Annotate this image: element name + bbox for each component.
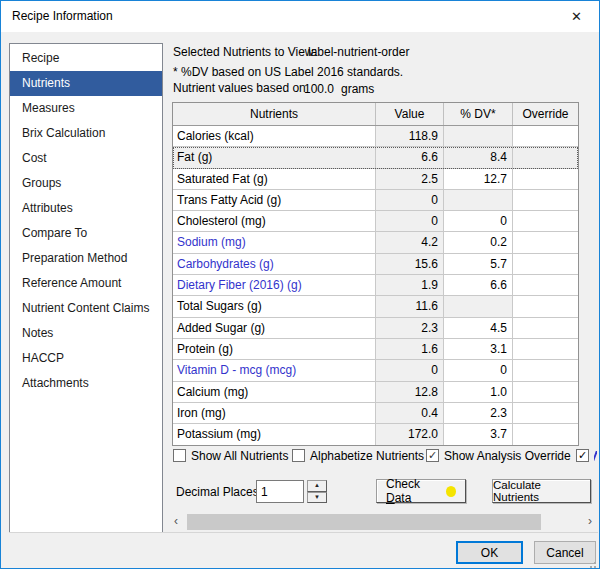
check-data-button[interactable]: Check Data: [376, 479, 466, 503]
scrollbar-thumb[interactable]: [187, 514, 541, 530]
spinner-up-icon[interactable]: ▲: [307, 480, 327, 492]
table-row[interactable]: Carbohydrates (g)15.65.7: [173, 254, 578, 275]
checkbox-label[interactable]: Show Analysis Override: [444, 449, 571, 463]
column-header-value[interactable]: Value: [376, 103, 444, 125]
nutrient-value-cell[interactable]: 2.5: [376, 169, 444, 190]
nutrient-dv-cell[interactable]: [444, 296, 513, 317]
sidebar-item-cost[interactable]: Cost: [10, 146, 162, 171]
table-row[interactable]: Vitamin D - mcg (mcg)00: [173, 360, 578, 381]
nutrient-override-cell[interactable]: [513, 232, 578, 253]
nutrient-override-cell[interactable]: [513, 190, 578, 211]
table-row[interactable]: Added Sugar (g)2.34.5: [173, 318, 578, 339]
nutrient-dv-cell[interactable]: 12.7: [444, 169, 513, 190]
nutrient-value-cell[interactable]: 6.6: [376, 147, 444, 168]
column-header-nutrients[interactable]: Nutrients: [173, 103, 376, 125]
sidebar-item-preparation-method[interactable]: Preparation Method: [10, 246, 162, 271]
nutrient-value-cell[interactable]: 0: [376, 211, 444, 232]
table-row[interactable]: Calories (kcal)118.9: [173, 126, 578, 147]
cancel-button[interactable]: Cancel: [534, 541, 596, 564]
checkbox-show-analysis-override[interactable]: ✓: [426, 449, 439, 462]
nutrient-value-cell[interactable]: 118.9: [376, 126, 444, 147]
nutrient-value-cell[interactable]: 0.4: [376, 403, 444, 424]
column-header-override[interactable]: Override: [513, 103, 578, 125]
nutrient-value-cell[interactable]: 15.6: [376, 254, 444, 275]
nutrient-value-cell[interactable]: 172.0: [376, 424, 444, 445]
basis-unit: grams: [341, 82, 374, 96]
nutrient-value-cell[interactable]: 0: [376, 360, 444, 381]
checkbox-label[interactable]: Alphabetize Nutrients: [310, 449, 424, 463]
close-icon[interactable]: ✕: [554, 1, 599, 32]
nutrient-dv-cell[interactable]: 6.6: [444, 275, 513, 296]
nutrient-dv-cell[interactable]: 3.7: [444, 424, 513, 445]
nutrient-dv-cell[interactable]: 1.0: [444, 382, 513, 403]
nutrient-dv-cell[interactable]: 0.2: [444, 232, 513, 253]
nutrient-override-cell[interactable]: [513, 126, 578, 147]
nutrient-name-cell: Potassium (mg): [173, 424, 376, 445]
nutrient-override-cell[interactable]: [513, 211, 578, 232]
sidebar-item-attributes[interactable]: Attributes: [10, 196, 162, 221]
checkbox-show-all-nutrients[interactable]: [173, 449, 186, 462]
table-row[interactable]: Sodium (mg)4.20.2: [173, 232, 578, 253]
nutrient-dv-cell[interactable]: 0: [444, 360, 513, 381]
nutrient-value-cell[interactable]: 2.3: [376, 318, 444, 339]
nutrient-override-cell[interactable]: [513, 318, 578, 339]
nutrient-value-cell[interactable]: 11.6: [376, 296, 444, 317]
sidebar-item-notes[interactable]: Notes: [10, 321, 162, 346]
decimal-places-input[interactable]: [256, 480, 304, 503]
table-row[interactable]: Cholesterol (mg)00: [173, 211, 578, 232]
table-row[interactable]: Saturated Fat (g)2.512.7: [173, 169, 578, 190]
nutrient-override-cell[interactable]: [513, 296, 578, 317]
ok-button[interactable]: OK: [456, 541, 523, 564]
nutrient-override-cell[interactable]: [513, 169, 578, 190]
table-row[interactable]: Calcium (mg)12.81.0: [173, 382, 578, 403]
sidebar-item-groups[interactable]: Groups: [10, 171, 162, 196]
nutrient-dv-cell[interactable]: 4.5: [444, 318, 513, 339]
nutrient-dv-cell[interactable]: [444, 190, 513, 211]
nutrient-value-cell[interactable]: 1.6: [376, 339, 444, 360]
nutrient-override-cell[interactable]: [513, 147, 578, 168]
table-row[interactable]: Dietary Fiber (2016) (g)1.96.6: [173, 275, 578, 296]
sidebar-item-recipe[interactable]: Recipe: [10, 46, 162, 71]
nutrient-override-cell[interactable]: [513, 424, 578, 445]
sidebar-item-attachments[interactable]: Attachments: [10, 371, 162, 396]
nutrient-override-cell[interactable]: [513, 403, 578, 424]
nutrient-dv-cell[interactable]: 2.3: [444, 403, 513, 424]
checkbox-clipped[interactable]: ✓: [576, 449, 589, 462]
calculate-nutrients-button[interactable]: Calculate Nutrients: [492, 479, 591, 503]
nutrient-value-cell[interactable]: 4.2: [376, 232, 444, 253]
nutrient-value-cell[interactable]: 0: [376, 190, 444, 211]
sidebar-item-reference-amount[interactable]: Reference Amount: [10, 271, 162, 296]
nutrient-dv-cell[interactable]: 5.7: [444, 254, 513, 275]
table-row[interactable]: Fat (g)6.68.4: [173, 147, 578, 168]
nutrient-value-cell[interactable]: 12.8: [376, 382, 444, 403]
spinner-down-icon[interactable]: ▼: [307, 492, 327, 504]
nutrient-override-cell[interactable]: [513, 254, 578, 275]
table-row[interactable]: Total Sugars (g)11.6: [173, 296, 578, 317]
nutrient-override-cell[interactable]: [513, 382, 578, 403]
nutrient-dv-cell[interactable]: 8.4: [444, 147, 513, 168]
sidebar-item-compare-to[interactable]: Compare To: [10, 221, 162, 246]
checkbox-alphabetize-nutrients[interactable]: [292, 449, 305, 462]
sidebar-item-nutrient-content-claims[interactable]: Nutrient Content Claims: [10, 296, 162, 321]
horizontal-scrollbar[interactable]: ‹ ›: [168, 514, 598, 530]
table-row[interactable]: Potassium (mg)172.03.7: [173, 424, 578, 445]
resize-grip[interactable]: [594, 562, 596, 564]
nutrient-dv-cell[interactable]: 3.1: [444, 339, 513, 360]
nutrient-override-cell[interactable]: [513, 275, 578, 296]
sidebar-item-haccp[interactable]: HACCP: [10, 346, 162, 371]
scroll-right-icon[interactable]: ›: [582, 514, 598, 530]
nutrient-value-cell[interactable]: 1.9: [376, 275, 444, 296]
nutrient-override-cell[interactable]: [513, 360, 578, 381]
sidebar-item-brix-calculation[interactable]: Brix Calculation: [10, 121, 162, 146]
table-row[interactable]: Protein (g)1.63.1: [173, 339, 578, 360]
table-row[interactable]: Iron (mg)0.42.3: [173, 403, 578, 424]
nutrient-dv-cell[interactable]: [444, 126, 513, 147]
scroll-left-icon[interactable]: ‹: [168, 514, 184, 530]
nutrient-dv-cell[interactable]: 0: [444, 211, 513, 232]
nutrient-override-cell[interactable]: [513, 339, 578, 360]
sidebar-item-measures[interactable]: Measures: [10, 96, 162, 121]
column-header-dv[interactable]: % DV*: [444, 103, 513, 125]
table-row[interactable]: Trans Fatty Acid (g)0: [173, 190, 578, 211]
sidebar-item-nutrients[interactable]: Nutrients: [10, 71, 162, 96]
checkbox-label[interactable]: Show All Nutrients: [191, 449, 288, 463]
